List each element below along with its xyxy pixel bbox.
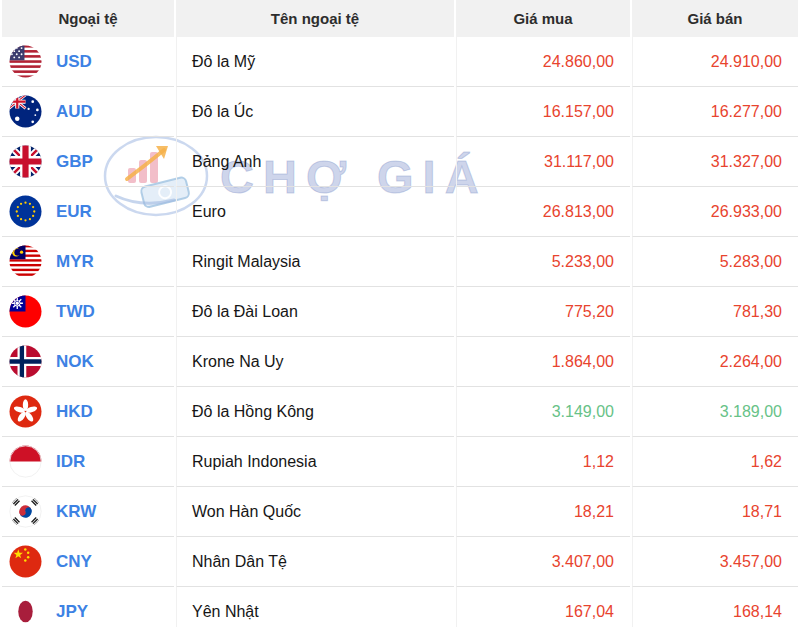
currency-code[interactable]: TWD bbox=[56, 302, 95, 322]
currency-name: Yên Nhật bbox=[176, 587, 454, 627]
buy-price: 775,20 bbox=[456, 287, 630, 337]
currency-code[interactable]: MYR bbox=[56, 252, 94, 272]
sell-price: 31.327,00 bbox=[632, 137, 798, 187]
buy-price: 1,12 bbox=[456, 437, 630, 487]
sell-price: 168,14 bbox=[632, 587, 798, 627]
exchange-rate-table: Ngoại tệ Tên ngoại tệ Giá mua Giá bán bbox=[0, 0, 800, 627]
currency-row-aud[interactable]: AUD Đô la Úc 16.157,00 16.277,00 bbox=[2, 87, 798, 137]
buy-price: 31.117,00 bbox=[456, 137, 630, 187]
currency-name: Bảng Anh bbox=[176, 137, 454, 187]
currency-name: Nhân Dân Tệ bbox=[176, 537, 454, 587]
krw-flag-icon bbox=[9, 495, 42, 528]
currency-row-gbp[interactable]: GBP Bảng Anh 31.117,00 31.327,00 bbox=[2, 137, 798, 187]
currency-row-jpy[interactable]: JPY Yên Nhật 167,04 168,14 bbox=[2, 587, 798, 627]
currency-row-twd[interactable]: TWD Đô la Đài Loan 775,20 781,30 bbox=[2, 287, 798, 337]
usd-flag-icon bbox=[9, 45, 42, 78]
currency-row-eur[interactable]: EUR Euro 26.813,00 26.933,00 bbox=[2, 187, 798, 237]
sell-price: 5.283,00 bbox=[632, 237, 798, 287]
currency-name: Đô la Mỹ bbox=[176, 37, 454, 87]
currency-name: Won Hàn Quốc bbox=[176, 487, 454, 537]
currency-code[interactable]: KRW bbox=[56, 502, 96, 522]
buy-price: 18,21 bbox=[456, 487, 630, 537]
currency-code[interactable]: HKD bbox=[56, 402, 93, 422]
currency-row-idr[interactable]: IDR Rupiah Indonesia 1,12 1,62 bbox=[2, 437, 798, 487]
buy-price: 24.860,00 bbox=[456, 37, 630, 87]
sell-price: 3.457,00 bbox=[632, 537, 798, 587]
currency-row-hkd[interactable]: HKD Đô la Hồng Kông 3.149,00 3.189,00 bbox=[2, 387, 798, 437]
currency-code[interactable]: USD bbox=[56, 52, 92, 72]
sell-price: 26.933,00 bbox=[632, 187, 798, 237]
buy-price: 167,04 bbox=[456, 587, 630, 627]
currency-name: Krone Na Uy bbox=[176, 337, 454, 387]
currency-code[interactable]: IDR bbox=[56, 452, 85, 472]
currency-code[interactable]: CNY bbox=[56, 552, 92, 572]
sell-price: 24.910,00 bbox=[632, 37, 798, 87]
currency-row-cny[interactable]: CNY Nhân Dân Tệ 3.407,00 3.457,00 bbox=[2, 537, 798, 587]
buy-price: 5.233,00 bbox=[456, 237, 630, 287]
currency-row-nok[interactable]: NOK Krone Na Uy 1.864,00 2.264,00 bbox=[2, 337, 798, 387]
currency-row-myr[interactable]: MYR Ringit Malaysia 5.233,00 5.283,00 bbox=[2, 237, 798, 287]
sell-price: 781,30 bbox=[632, 287, 798, 337]
buy-price: 16.157,00 bbox=[456, 87, 630, 137]
gbp-flag-icon bbox=[9, 145, 42, 178]
col-header-buy-price: Giá mua bbox=[456, 0, 630, 37]
col-header-sell-price: Giá bán bbox=[632, 0, 798, 37]
buy-price: 3.149,00 bbox=[456, 387, 630, 437]
sell-price: 2.264,00 bbox=[632, 337, 798, 387]
cny-flag-icon bbox=[9, 545, 42, 578]
currency-name: Đô la Hồng Kông bbox=[176, 387, 454, 437]
currency-row-krw[interactable]: KRW Won Hàn Quốc 18,21 18,71 bbox=[2, 487, 798, 537]
jpy-flag-icon bbox=[9, 595, 42, 627]
currency-name: Đô la Úc bbox=[176, 87, 454, 137]
buy-price: 1.864,00 bbox=[456, 337, 630, 387]
currency-code[interactable]: GBP bbox=[56, 152, 93, 172]
currency-name: Rupiah Indonesia bbox=[176, 437, 454, 487]
currency-name: Ringit Malaysia bbox=[176, 237, 454, 287]
table-header-row: Ngoại tệ Tên ngoại tệ Giá mua Giá bán bbox=[2, 0, 798, 37]
sell-price: 1,62 bbox=[632, 437, 798, 487]
hkd-flag-icon bbox=[9, 395, 42, 428]
sell-price: 16.277,00 bbox=[632, 87, 798, 137]
sell-price: 18,71 bbox=[632, 487, 798, 537]
currency-name: Euro bbox=[176, 187, 454, 237]
currency-code[interactable]: AUD bbox=[56, 102, 93, 122]
sell-price: 3.189,00 bbox=[632, 387, 798, 437]
aud-flag-icon bbox=[9, 95, 42, 128]
buy-price: 3.407,00 bbox=[456, 537, 630, 587]
currency-code[interactable]: JPY bbox=[56, 602, 88, 622]
exchange-rate-page: CHỢ GIÁ Ngoại tệ Tên ngoại tệ Giá mua Gi… bbox=[0, 0, 800, 627]
currency-code[interactable]: EUR bbox=[56, 202, 92, 222]
buy-price: 26.813,00 bbox=[456, 187, 630, 237]
currency-name: Đô la Đài Loan bbox=[176, 287, 454, 337]
eur-flag-icon bbox=[9, 195, 42, 228]
currency-row-usd[interactable]: USD Đô la Mỹ 24.860,00 24.910,00 bbox=[2, 37, 798, 87]
twd-flag-icon bbox=[9, 295, 42, 328]
idr-flag-icon bbox=[9, 445, 42, 478]
myr-flag-icon bbox=[9, 245, 42, 278]
col-header-currency-name: Tên ngoại tệ bbox=[176, 0, 454, 37]
col-header-currency: Ngoại tệ bbox=[2, 0, 174, 37]
nok-flag-icon bbox=[9, 345, 42, 378]
currency-code[interactable]: NOK bbox=[56, 352, 94, 372]
